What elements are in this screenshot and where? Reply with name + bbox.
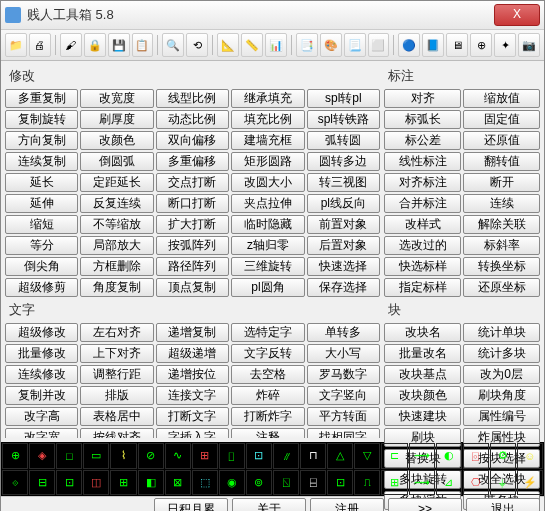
toolbar-btn-5[interactable]: 📋 (132, 33, 154, 57)
modify-btn-9[interactable]: spl转铁路 (307, 110, 380, 129)
bottom-btn-4[interactable]: 退出 (466, 498, 540, 511)
symbol-26[interactable]: ⊠ (165, 470, 191, 496)
toolbar-btn-13[interactable]: 📃 (344, 33, 366, 57)
modify-btn-43[interactable]: 三维旋转 (231, 257, 304, 276)
symbol-4[interactable]: ⌇ (110, 443, 136, 469)
text-btn-6[interactable]: 上下对齐 (80, 344, 153, 363)
text-btn-10[interactable]: 连续修改 (5, 365, 78, 384)
annotate-btn-17[interactable]: 转换坐标 (463, 257, 540, 276)
text-btn-17[interactable]: 连接文字 (156, 386, 229, 405)
symbol-34[interactable]: ⊞ (381, 470, 407, 496)
modify-btn-24[interactable]: 转三视图 (307, 173, 380, 192)
modify-btn-5[interactable]: 复制旋转 (5, 110, 78, 129)
annotate-btn-4[interactable]: 标公差 (384, 131, 461, 150)
modify-btn-48[interactable]: pl圆角 (231, 278, 304, 297)
text-btn-1[interactable]: 左右对齐 (80, 323, 153, 342)
modify-btn-32[interactable]: 扩大打断 (156, 215, 229, 234)
modify-btn-25[interactable]: 延伸 (5, 194, 78, 213)
annotate-btn-2[interactable]: 标弧长 (384, 110, 461, 129)
modify-btn-33[interactable]: 临时隐藏 (231, 215, 304, 234)
text-btn-11[interactable]: 调整行距 (80, 365, 153, 384)
modify-btn-46[interactable]: 角度复制 (80, 278, 153, 297)
symbol-30[interactable]: ⍂ (273, 470, 299, 496)
modify-btn-17[interactable]: 多重偏移 (156, 152, 229, 171)
block-btn-1[interactable]: 统计单块 (463, 323, 540, 342)
symbol-35[interactable]: ⟿ (409, 470, 435, 496)
modify-btn-45[interactable]: 超级修剪 (5, 278, 78, 297)
symbol-14[interactable]: ⊏ (381, 443, 407, 469)
symbol-23[interactable]: ◫ (83, 470, 109, 496)
block-btn-6[interactable]: 改块颜色 (384, 386, 461, 405)
toolbar-btn-16[interactable]: 📘 (422, 33, 444, 57)
text-btn-2[interactable]: 递增复制 (156, 323, 229, 342)
annotate-btn-5[interactable]: 还原值 (463, 131, 540, 150)
close-button[interactable]: X (494, 4, 540, 26)
modify-btn-38[interactable]: z轴归零 (231, 236, 304, 255)
symbol-5[interactable]: ⊘ (138, 443, 164, 469)
annotate-btn-13[interactable]: 解除关联 (463, 215, 540, 234)
text-btn-3[interactable]: 选特定字 (231, 323, 304, 342)
symbol-29[interactable]: ⊚ (246, 470, 272, 496)
text-btn-16[interactable]: 排版 (80, 386, 153, 405)
modify-btn-30[interactable]: 缩短 (5, 215, 78, 234)
symbol-7[interactable]: ⊞ (192, 443, 218, 469)
text-btn-28[interactable]: 注释 (231, 428, 304, 438)
annotate-btn-12[interactable]: 改样式 (384, 215, 461, 234)
symbol-1[interactable]: ◈ (29, 443, 55, 469)
modify-btn-34[interactable]: 前置对象 (307, 215, 380, 234)
modify-btn-0[interactable]: 多重复制 (5, 89, 78, 108)
symbol-24[interactable]: ⊞ (110, 470, 136, 496)
modify-btn-23[interactable]: 改圆大小 (231, 173, 304, 192)
modify-btn-12[interactable]: 双向偏移 (156, 131, 229, 150)
modify-btn-37[interactable]: 按弧阵列 (156, 236, 229, 255)
text-btn-9[interactable]: 大小写 (307, 344, 380, 363)
symbol-9[interactable]: ⊡ (246, 443, 272, 469)
modify-btn-26[interactable]: 反复连续 (80, 194, 153, 213)
symbol-13[interactable]: ▽ (354, 443, 380, 469)
text-btn-29[interactable]: 找相同字 (307, 428, 380, 438)
modify-btn-19[interactable]: 圆转多边 (307, 152, 380, 171)
symbol-31[interactable]: ⌸ (300, 470, 326, 496)
modify-btn-44[interactable]: 快速选择 (307, 257, 380, 276)
text-btn-7[interactable]: 超级递增 (156, 344, 229, 363)
annotate-btn-16[interactable]: 快选标样 (384, 257, 461, 276)
symbol-6[interactable]: ∿ (165, 443, 191, 469)
toolbar-btn-8[interactable]: 📐 (217, 33, 239, 57)
symbol-37[interactable]: ⎔ (463, 470, 489, 496)
toolbar-btn-15[interactable]: 🔵 (398, 33, 420, 57)
symbol-25[interactable]: ◧ (138, 470, 164, 496)
toolbar-btn-3[interactable]: 🔒 (84, 33, 106, 57)
text-btn-8[interactable]: 文字反转 (231, 344, 304, 363)
symbol-16[interactable]: ◐ (436, 443, 462, 469)
block-btn-2[interactable]: 批量改名 (384, 344, 461, 363)
annotate-btn-9[interactable]: 断开 (463, 173, 540, 192)
modify-btn-20[interactable]: 延长 (5, 173, 78, 192)
toolbar-btn-2[interactable]: 🖌 (60, 33, 82, 57)
symbol-22[interactable]: ⊡ (56, 470, 82, 496)
toolbar-btn-20[interactable]: 📷 (518, 33, 540, 57)
toolbar-btn-12[interactable]: 🎨 (320, 33, 342, 57)
toolbar-btn-4[interactable]: 💾 (108, 33, 130, 57)
toolbar-btn-18[interactable]: ⊕ (470, 33, 492, 57)
bottom-btn-2[interactable]: 注册 (310, 498, 384, 511)
modify-btn-18[interactable]: 矩形圆路 (231, 152, 304, 171)
annotate-btn-11[interactable]: 连续 (463, 194, 540, 213)
modify-btn-8[interactable]: 填充比例 (231, 110, 304, 129)
symbol-11[interactable]: ⊓ (300, 443, 326, 469)
annotate-btn-15[interactable]: 标斜率 (463, 236, 540, 255)
block-btn-5[interactable]: 改为0层 (463, 365, 540, 384)
text-btn-26[interactable]: 按线对齐 (80, 428, 153, 438)
toolbar-btn-7[interactable]: ⟲ (186, 33, 208, 57)
modify-btn-40[interactable]: 倒尖角 (5, 257, 78, 276)
annotate-btn-14[interactable]: 选改过的 (384, 236, 461, 255)
text-btn-15[interactable]: 复制并改 (5, 386, 78, 405)
toolbar-btn-17[interactable]: 🖥 (446, 33, 468, 57)
text-btn-20[interactable]: 改字高 (5, 407, 78, 426)
symbol-38[interactable]: ⏚ (490, 470, 516, 496)
text-btn-14[interactable]: 罗马数字 (307, 365, 380, 384)
annotate-btn-1[interactable]: 缩放值 (463, 89, 540, 108)
modify-btn-22[interactable]: 交点打断 (156, 173, 229, 192)
modify-btn-36[interactable]: 局部放大 (80, 236, 153, 255)
text-btn-23[interactable]: 打断炸字 (231, 407, 304, 426)
text-btn-22[interactable]: 打断文字 (156, 407, 229, 426)
